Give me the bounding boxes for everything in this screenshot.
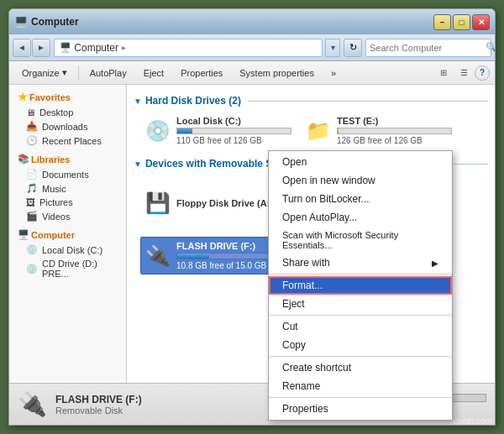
address-bar[interactable]: 🖥️ Computer ▸ <box>54 39 323 57</box>
search-icon[interactable]: 🔍 <box>486 42 496 53</box>
forward-button[interactable]: ► <box>32 39 50 57</box>
search-bar[interactable]: 🔍 <box>365 39 491 57</box>
sidebar-libraries-header[interactable]: 📚 Libraries <box>9 151 126 167</box>
ctx-eject[interactable]: Eject <box>269 295 452 313</box>
local-disk-label: Local Disk (C:) <box>42 245 102 255</box>
sidebar-item-pictures[interactable]: 🖼 Pictures <box>9 196 126 209</box>
removable-arrow-icon: ▼ <box>134 159 142 169</box>
library-icon: 📚 <box>18 154 29 165</box>
autoplay-button[interactable]: AutoPlay <box>82 64 134 82</box>
back-forward-buttons: ◄ ► <box>13 39 50 57</box>
hard-drives-grid: 💿 Local Disk (C:) 110 GB free of 126 GB … <box>134 112 488 149</box>
help-button[interactable]: ? <box>475 65 490 81</box>
documents-label: Documents <box>42 170 89 180</box>
toolbar-right: ⊞ ☰ ? <box>434 64 490 82</box>
ctx-scan[interactable]: Scan with Microsoft Security Essentials.… <box>269 227 452 254</box>
test-e-bar-container <box>337 128 452 134</box>
pictures-icon: 🖼 <box>26 197 35 207</box>
toolbar-separator-1 <box>78 65 79 81</box>
sidebar-item-videos[interactable]: 🎬 Videos <box>9 209 126 223</box>
sidebar-computer-header[interactable]: 🖥️ Computer <box>9 227 126 243</box>
sidebar-section-libraries: 📚 Libraries 📄 Documents 🎵 Music 🖼 Pictur… <box>9 151 126 223</box>
window-controls: – □ ✕ <box>433 14 490 30</box>
ctx-sep-2 <box>269 315 452 316</box>
local-c-bar-container <box>176 128 291 134</box>
sidebar-item-local-disk[interactable]: 💿 Local Disk (C:) <box>9 243 126 257</box>
flash-f-icon: 🔌 <box>144 243 171 269</box>
view-list-button[interactable]: ☰ <box>454 64 473 82</box>
ctx-properties[interactable]: Properties <box>269 400 452 418</box>
sidebar-item-documents[interactable]: 📄 Documents <box>9 167 126 181</box>
ctx-copy[interactable]: Copy <box>269 336 452 354</box>
hd-section-line <box>248 101 488 102</box>
computer-label: Computer <box>31 230 75 240</box>
change-view-button[interactable]: ⊞ <box>434 64 453 82</box>
sidebar: ★ Favorites 🖥 Desktop 📥 Downloads 🕒 Rece… <box>9 85 127 383</box>
test-e-info: TEST (E:) 126 GB free of 126 GB <box>337 116 452 145</box>
local-c-info: Local Disk (C:) 110 GB free of 126 GB <box>176 116 291 145</box>
ctx-rename[interactable]: Rename <box>269 377 452 395</box>
ctx-cut[interactable]: Cut <box>269 317 452 336</box>
navigation-bar: ◄ ► 🖥️ Computer ▸ ▾ ↻ 🔍 <box>9 34 495 61</box>
ctx-bitlocker[interactable]: Turn on BitLocker... <box>269 190 452 208</box>
ctx-share-label: Share with <box>282 257 330 269</box>
local-c-space: 110 GB free of 126 GB <box>176 136 291 145</box>
local-c-name: Local Disk (C:) <box>176 116 291 126</box>
organize-arrow: ▾ <box>62 67 67 78</box>
close-button[interactable]: ✕ <box>472 14 490 30</box>
flash-f-bar <box>177 254 209 259</box>
ctx-sep-4 <box>269 397 452 398</box>
address-text: Computer <box>74 42 118 54</box>
floppy-a-icon: 💾 <box>144 190 171 217</box>
downloads-icon: 📥 <box>26 121 38 132</box>
ctx-create-shortcut[interactable]: Create shortcut <box>269 358 452 377</box>
sidebar-section-computer: 🖥️ Computer 💿 Local Disk (C:) 💿 CD Drive… <box>9 227 126 280</box>
ctx-share[interactable]: Share with ▶ <box>269 254 452 272</box>
music-label: Music <box>42 184 66 194</box>
address-dropdown[interactable]: ▾ <box>325 39 340 57</box>
minimize-button[interactable]: – <box>433 14 451 30</box>
sidebar-item-desktop[interactable]: 🖥 Desktop <box>9 106 126 119</box>
ctx-open[interactable]: Open <box>269 153 452 171</box>
drive-test-e[interactable]: 📁 TEST (E:) 126 GB free of 126 GB <box>301 112 456 149</box>
sidebar-item-cd-drive[interactable]: 💿 CD Drive (D:) PRE... <box>9 257 126 280</box>
cd-drive-label: CD Drive (D:) PRE... <box>42 259 119 279</box>
test-e-bar <box>338 128 339 133</box>
sidebar-item-recent[interactable]: 🕒 Recent Places <box>9 133 126 148</box>
ctx-sep-1 <box>269 274 452 275</box>
ctx-autoplay[interactable]: Open AutoPlay... <box>269 208 452 227</box>
desktop-icon: 🖥 <box>26 107 35 118</box>
refresh-button[interactable]: ↻ <box>344 39 362 57</box>
hd-arrow-icon: ▼ <box>134 97 142 106</box>
favorites-icon: ★ <box>18 91 28 103</box>
test-e-name: TEST (E:) <box>337 116 452 126</box>
local-disk-icon: 💿 <box>26 244 38 255</box>
status-drive-icon: 🔌 <box>18 390 47 418</box>
maximize-button[interactable]: □ <box>453 14 470 30</box>
more-button[interactable]: » <box>323 64 344 82</box>
organize-label: Organize <box>22 68 60 78</box>
title-bar: 🖥️ Computer – □ ✕ <box>9 9 495 34</box>
properties-button[interactable]: Properties <box>173 64 230 82</box>
toolbar: Organize ▾ AutoPlay Eject Properties Sys… <box>9 61 495 85</box>
test-e-icon: 📁 <box>305 118 332 144</box>
drive-local-c[interactable]: 💿 Local Disk (C:) 110 GB free of 126 GB <box>140 112 296 149</box>
search-input[interactable] <box>370 43 486 53</box>
desktop-label: Desktop <box>39 107 73 118</box>
ctx-format[interactable]: Format... <box>269 276 452 295</box>
recent-label: Recent Places <box>42 136 102 146</box>
sidebar-favorites-header[interactable]: ★ Favorites <box>9 88 126 106</box>
sidebar-item-music[interactable]: 🎵 Music <box>9 181 126 196</box>
context-menu: Open Open in new window Turn on BitLocke… <box>268 150 453 421</box>
system-properties-button[interactable]: System properties <box>232 64 322 82</box>
eject-button[interactable]: Eject <box>136 64 171 82</box>
back-button[interactable]: ◄ <box>13 39 31 57</box>
local-c-bar <box>177 128 192 133</box>
organize-button[interactable]: Organize ▾ <box>14 64 75 82</box>
libraries-label: Libraries <box>31 154 70 165</box>
favorites-label: Favorites <box>29 92 71 102</box>
ctx-open-new-window[interactable]: Open in new window <box>269 171 452 190</box>
sidebar-section-favorites: ★ Favorites 🖥 Desktop 📥 Downloads 🕒 Rece… <box>9 88 126 148</box>
watermark: wsxdn.com <box>450 416 492 426</box>
sidebar-item-downloads[interactable]: 📥 Downloads <box>9 119 126 133</box>
